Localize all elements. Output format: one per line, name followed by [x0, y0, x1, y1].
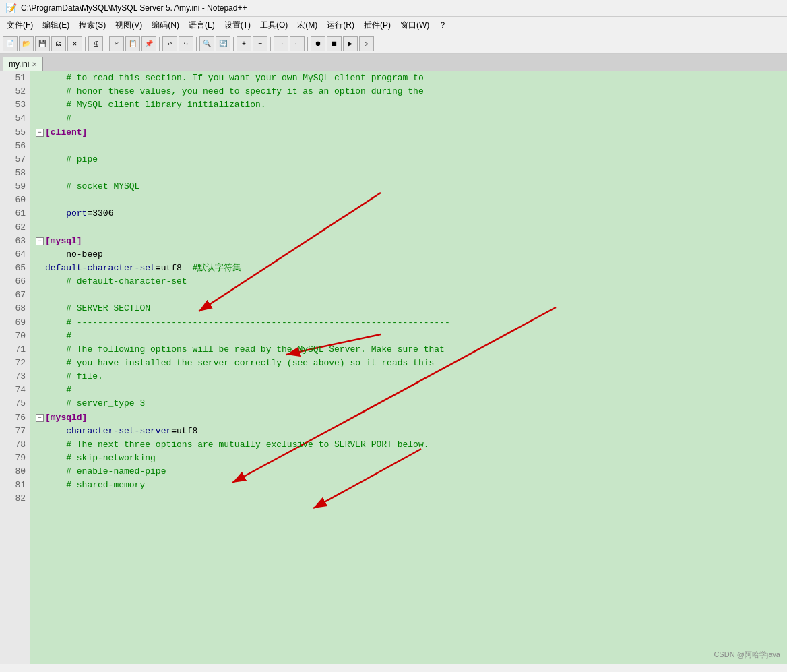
fold-button[interactable]: − — [36, 237, 44, 245]
key-text: character-set-server — [45, 425, 171, 438]
line-number: 75 — [4, 397, 26, 410]
editor: 5152535455565758596061626364656667686970… — [0, 71, 787, 664]
table-row: # file. — [36, 370, 782, 384]
outdent-button[interactable]: ← — [290, 36, 305, 51]
table-row: # honor these values, you need to specif… — [36, 85, 782, 98]
table-row: # The following options will be read by … — [36, 343, 782, 357]
toolbar-separator-3 — [159, 37, 160, 51]
code-area[interactable]: # to read this section. If you want your… — [30, 71, 787, 664]
line-number: 65 — [4, 262, 26, 275]
value-text: utf8 — [177, 425, 197, 438]
save-button[interactable]: 💾 — [35, 36, 50, 51]
fold-button[interactable]: − — [36, 414, 44, 422]
menu-macro[interactable]: 宏(M) — [293, 18, 321, 32]
line-number: 55 — [4, 126, 26, 140]
line-number: 56 — [4, 140, 26, 153]
menu-language[interactable]: 语言(L) — [185, 18, 219, 32]
line-number: 82 — [4, 492, 26, 506]
line-number: 61 — [4, 207, 26, 220]
table-row: # The next three options are mutually ex… — [36, 438, 782, 452]
title-bar: 📝 C:\ProgramData\MySQL\MySQL Server 5.7\… — [0, 0, 787, 17]
macro-play-button[interactable]: ▶ — [343, 36, 358, 51]
indent-button[interactable]: → — [274, 36, 288, 51]
tab-my-ini[interactable]: my.ini ✕ — [3, 57, 43, 71]
key-text: default-character-set — [45, 262, 156, 275]
print-button[interactable]: 🖨 — [88, 36, 103, 51]
menu-run[interactable]: 运行(R) — [323, 18, 358, 32]
redo-button[interactable]: ↪ — [179, 36, 193, 51]
comment-text: # — [45, 330, 71, 343]
menu-settings[interactable]: 设置(T) — [220, 18, 255, 32]
cut-button[interactable]: ✂ — [109, 36, 124, 51]
table-row: # pipe= — [36, 153, 782, 166]
comment-text: # skip-networking — [45, 452, 156, 465]
app-icon: 📝 — [5, 3, 17, 13]
empty-line — [45, 288, 51, 302]
macro-run-button[interactable]: ▷ — [359, 36, 374, 51]
macro-record-button[interactable]: ⏺ — [311, 36, 325, 51]
table-row: # shared-memory — [36, 479, 782, 492]
table-row — [36, 166, 782, 180]
menu-file[interactable]: 文件(F) — [3, 18, 37, 32]
line-number: 81 — [4, 479, 26, 492]
fold-button[interactable]: − — [36, 129, 44, 137]
macro-stop-button[interactable]: ⏹ — [327, 36, 342, 51]
comment-text: # — [45, 112, 71, 125]
table-row: # skip-networking — [36, 452, 782, 465]
table-row — [36, 193, 782, 207]
menu-view[interactable]: 视图(V) — [111, 18, 146, 32]
table-row: −[mysql] — [36, 235, 782, 248]
comment-text: # file. — [45, 370, 103, 384]
open-button[interactable]: 📂 — [19, 36, 34, 51]
comment-text: # — [45, 384, 71, 397]
comment-text: # shared-memory — [45, 479, 145, 492]
copy-button[interactable]: 📋 — [125, 36, 140, 51]
comment-text: # --------------------------------------… — [45, 316, 450, 330]
key-text: port — [45, 207, 87, 220]
table-row: −[mysqld] — [36, 411, 782, 425]
save-all-button[interactable]: 🗂 — [51, 36, 66, 51]
menu-search[interactable]: 搜索(S) — [75, 18, 110, 32]
menu-window[interactable]: 窗口(W) — [396, 18, 433, 32]
table-row: # to read this section. If you want your… — [36, 71, 782, 85]
table-row: # default-character-set= — [36, 275, 782, 288]
toolbar-separator-4 — [196, 37, 197, 51]
menu-plugins[interactable]: 插件(P) — [360, 18, 395, 32]
table-row — [36, 288, 782, 302]
empty-line — [45, 140, 51, 153]
close-button[interactable]: ✕ — [67, 36, 82, 51]
section-label: [client] — [45, 126, 87, 140]
menu-bar: 文件(F) 编辑(E) 搜索(S) 视图(V) 编码(N) 语言(L) 设置(T… — [0, 17, 787, 34]
empty-line — [45, 221, 51, 235]
toolbar-separator-7 — [307, 37, 308, 51]
menu-edit[interactable]: 编辑(E) — [38, 18, 73, 32]
table-row: port=3306 — [36, 207, 782, 220]
comment-text: # The next three options are mutually ex… — [45, 438, 429, 452]
line-number: 77 — [4, 425, 26, 438]
line-number: 73 — [4, 370, 26, 384]
line-number: 76 — [4, 411, 26, 425]
watermark: CSDN @阿哈学java — [714, 650, 780, 660]
line-numbers: 5152535455565758596061626364656667686970… — [0, 71, 30, 664]
replace-button[interactable]: 🔄 — [216, 36, 230, 51]
line-number: 54 — [4, 112, 26, 125]
table-row — [36, 492, 782, 506]
comment-text: # enable-named-pipe — [45, 465, 166, 479]
tab-close-button[interactable]: ✕ — [32, 61, 37, 68]
equals-sign: = — [156, 262, 161, 275]
comment-text: # server_type=3 — [45, 397, 145, 410]
zoom-in-button[interactable]: + — [237, 36, 251, 51]
zoom-out-button[interactable]: − — [253, 36, 267, 51]
menu-tools[interactable]: 工具(O) — [256, 18, 292, 32]
comment-text: # The following options will be read by … — [45, 343, 445, 357]
find-button[interactable]: 🔍 — [199, 36, 214, 51]
undo-button[interactable]: ↩ — [162, 36, 177, 51]
menu-encode[interactable]: 编码(N) — [148, 18, 183, 32]
table-row: −[client] — [36, 126, 782, 140]
new-button[interactable]: 📄 — [3, 36, 18, 51]
toolbar-separator-2 — [106, 37, 106, 51]
paste-button[interactable]: 📌 — [141, 36, 156, 51]
table-row: # MySQL client library initialization. — [36, 98, 782, 112]
menu-help[interactable]: ？ — [435, 18, 451, 32]
line-number: 70 — [4, 330, 26, 343]
